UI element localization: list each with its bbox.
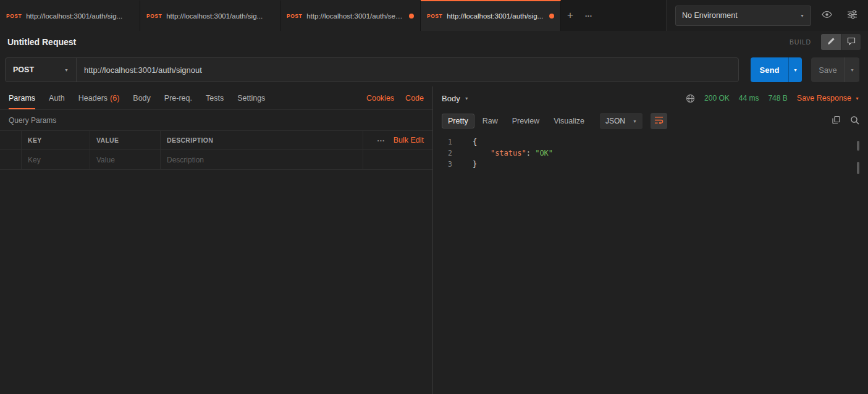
tab-label: Headers (78, 94, 107, 103)
view-tab-visualize[interactable]: Visualize (547, 114, 591, 128)
wrap-text-icon (654, 115, 664, 127)
send-options-button[interactable]: ▼ (788, 57, 802, 82)
save-response-button[interactable]: Save Response ▼ (797, 94, 859, 103)
view-tab-pretty[interactable]: Pretty (442, 114, 474, 128)
build-label: BUILD (790, 38, 811, 46)
param-description-input[interactable] (167, 156, 356, 164)
method-badge: POST (6, 13, 22, 19)
format-label: JSON (605, 117, 625, 125)
method-selector[interactable]: POST ▼ (6, 58, 77, 82)
status-badge: 200 OK (704, 94, 730, 103)
unsaved-changes-dot (409, 14, 414, 19)
tab-label: Auth (49, 94, 65, 103)
copy-icon (832, 115, 841, 127)
response-toolbar-right (832, 115, 859, 127)
tab-label: Tests (206, 94, 224, 103)
url-input[interactable] (77, 58, 738, 82)
request-tab-4-active[interactable]: POST http://localhost:3001/auth/sig... (421, 0, 561, 31)
chevron-down-icon: ▼ (64, 68, 69, 72)
headers-count-badge: (6) (110, 94, 119, 103)
tab-body[interactable]: Body (133, 86, 151, 109)
query-params-title: Query Params (0, 110, 432, 130)
edit-request-button[interactable] (821, 34, 841, 50)
row-checkbox-cell (0, 150, 22, 169)
tab-settings[interactable]: Settings (237, 86, 265, 109)
request-tab-1[interactable]: POST http://localhost:3001/auth/sig... (0, 0, 140, 31)
request-tabs-links: Cookies Code (366, 94, 424, 103)
chevron-down-icon: ▼ (793, 68, 798, 72)
environment-quick-look-button[interactable] (817, 6, 836, 25)
params-empty-row (0, 150, 432, 170)
save-button[interactable]: Save (811, 57, 845, 82)
column-header-value: VALUE (96, 136, 119, 144)
tab-params[interactable]: Params (9, 86, 35, 109)
response-body-viewer: 123 { "status": "OK"} (433, 132, 868, 394)
response-body-selector[interactable]: Body ▼ (442, 94, 469, 103)
row-actions-cell (363, 150, 432, 169)
request-title-row: Untitled Request BUILD (0, 31, 868, 53)
method-badge: POST (287, 13, 302, 19)
tab-pre-request[interactable]: Pre-req. (164, 86, 192, 109)
response-scrollbar-mark[interactable] (857, 162, 859, 174)
more-icon: ••• (585, 13, 592, 19)
comment-icon (847, 37, 856, 48)
code-link[interactable]: Code (405, 94, 424, 103)
tab-label: Pre-req. (164, 94, 192, 103)
wrap-text-button[interactable] (651, 113, 667, 129)
plus-icon: + (567, 9, 573, 22)
column-header-key: KEY (28, 136, 42, 144)
method-badge: POST (146, 13, 162, 19)
method-badge: POST (427, 13, 442, 19)
tab-tests[interactable]: Tests (206, 86, 224, 109)
response-view-toolbar: Pretty Raw Preview Visualize JSON ▼ (433, 110, 868, 132)
send-button-group: Send ▼ (751, 57, 802, 82)
request-tab-3[interactable]: POST http://localhost:3001/auth/ses... (280, 0, 421, 31)
response-stats: 200 OK 44 ms 748 B Save Response ▼ (686, 94, 859, 103)
search-response-button[interactable] (850, 115, 859, 127)
new-tab-button[interactable]: + (561, 0, 579, 31)
response-meta-row: Body ▼ 200 OK 44 ms 748 B Save Response … (433, 86, 868, 110)
url-box: POST ▼ (5, 57, 739, 82)
top-tab-bar: POST http://localhost:3001/auth/sig... P… (0, 0, 868, 31)
bulk-edit-link[interactable]: Bulk Edit (394, 136, 424, 145)
url-bar-row: POST ▼ Send ▼ Save ▼ (0, 53, 868, 86)
response-code[interactable]: { "status": "OK"} (463, 136, 553, 394)
param-key-input[interactable] (28, 156, 83, 164)
tab-auth[interactable]: Auth (49, 86, 65, 109)
cookies-link[interactable]: Cookies (366, 94, 394, 103)
tab-options-button[interactable]: ••• (579, 0, 598, 31)
tab-headers[interactable]: Headers (6) (78, 86, 120, 109)
copy-response-button[interactable] (832, 115, 841, 127)
view-tab-raw[interactable]: Raw (476, 114, 504, 128)
chevron-down-icon: ▼ (800, 14, 804, 18)
send-button[interactable]: Send (751, 57, 788, 82)
title-row-actions: BUILD (790, 34, 861, 50)
request-panel: Params Auth Headers (6) Body Pre-req. Te… (0, 86, 433, 394)
environment-settings-button[interactable] (842, 6, 862, 25)
response-body-label: Body (442, 94, 460, 103)
response-size: 748 B (768, 94, 787, 103)
comments-button[interactable] (841, 34, 861, 50)
request-tabs-bar: Params Auth Headers (6) Body Pre-req. Te… (0, 86, 432, 110)
tab-title: http://localhost:3001/auth/sig... (26, 12, 133, 20)
network-info-icon[interactable] (686, 94, 695, 103)
chevron-down-icon: ▼ (633, 119, 637, 124)
request-tab-2[interactable]: POST http://localhost:3001/auth/sig... (140, 0, 280, 31)
tab-title: http://localhost:3001/auth/ses... (306, 12, 404, 20)
main-split: Params Auth Headers (6) Body Pre-req. Te… (0, 86, 868, 394)
param-value-input[interactable] (96, 156, 154, 164)
environment-selector[interactable]: No Environment ▼ (675, 6, 811, 26)
tab-label: Body (133, 94, 151, 103)
tab-label: Params (9, 94, 35, 103)
title-actions-group (821, 34, 861, 50)
save-options-button[interactable]: ▼ (845, 57, 859, 82)
chevron-down-icon: ▼ (850, 68, 854, 72)
response-scrollbar-mark[interactable] (857, 141, 859, 151)
params-menu-icon[interactable]: ••• (377, 138, 386, 143)
response-format-selector[interactable]: JSON ▼ (600, 113, 643, 129)
view-tab-preview[interactable]: Preview (506, 114, 546, 128)
eye-icon (822, 9, 832, 22)
response-panel: Body ▼ 200 OK 44 ms 748 B Save Response … (433, 86, 868, 394)
params-header-row: KEY VALUE DESCRIPTION ••• Bulk Edit (0, 130, 432, 150)
response-time: 44 ms (739, 94, 759, 103)
